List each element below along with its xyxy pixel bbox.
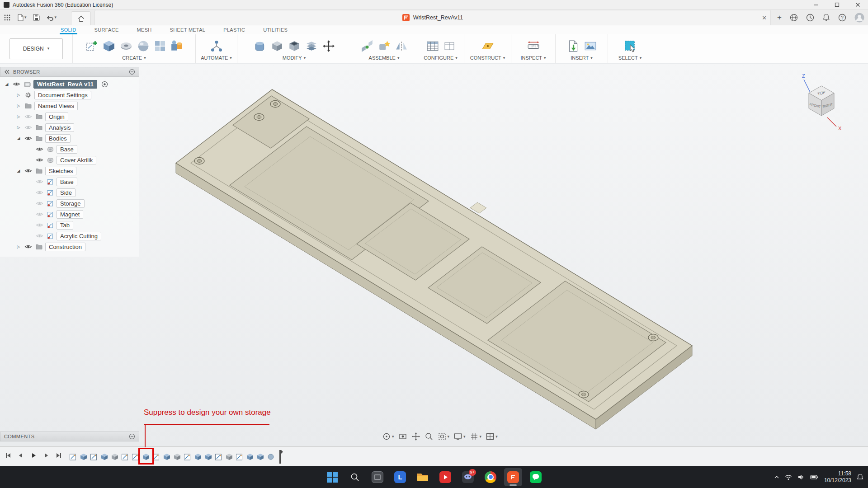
browser-item-side[interactable]: Side: [0, 187, 139, 198]
timeline-feature-5-sketch[interactable]: [121, 450, 130, 463]
battery-icon[interactable]: [810, 474, 819, 480]
timeline-feature-15-feature2[interactable]: [225, 450, 234, 463]
construction-plane-button[interactable]: [481, 40, 494, 52]
shell-button[interactable]: [288, 40, 301, 52]
home-dashboard-button[interactable]: [71, 11, 91, 25]
zoom-icon[interactable]: [425, 432, 434, 441]
timeline-position-marker[interactable]: [279, 450, 281, 464]
app-grid-icon[interactable]: [4, 14, 11, 21]
document-tab[interactable]: WristRest_RevAv11: [95, 14, 770, 21]
timeline-feature-1-feature[interactable]: [79, 450, 88, 463]
timeline-step-forward-button[interactable]: [42, 451, 51, 460]
timeline-step-back-button[interactable]: [16, 451, 25, 460]
visibility-eye-icon[interactable]: [35, 201, 44, 206]
browser-item-origin[interactable]: ▷Origin: [0, 111, 139, 122]
taskbar-window-app-icon[interactable]: [368, 468, 387, 486]
group-configure-label[interactable]: CONFIGURE▾: [424, 55, 458, 61]
expand-arrow-icon[interactable]: ▷: [15, 125, 22, 130]
browser-item-storage[interactable]: Storage: [0, 198, 139, 209]
visibility-eye-icon[interactable]: [35, 190, 44, 195]
taskbar-clock[interactable]: 11:58 10/12/2023: [824, 470, 851, 484]
pattern-feature-button[interactable]: [170, 40, 183, 52]
grid-snap-icon[interactable]: ▾: [470, 432, 482, 441]
browser-item-tab[interactable]: Tab: [0, 220, 139, 230]
visibility-eye-icon[interactable]: [35, 222, 44, 228]
timeline-feature-3-feature[interactable]: [100, 450, 109, 463]
browser-item-sketches[interactable]: ◢Sketches: [0, 165, 139, 176]
expand-arrow-icon[interactable]: ▷: [15, 114, 22, 119]
comments-header[interactable]: COMMENTS: [0, 432, 139, 441]
sphere-form-button[interactable]: [137, 40, 150, 52]
undo-button[interactable]: ▾: [46, 14, 57, 21]
timeline-feature-10-feature2[interactable]: [173, 450, 182, 463]
visibility-eye-icon[interactable]: [24, 168, 33, 174]
browser-item-document-settings[interactable]: ▷Document Settings: [0, 89, 139, 100]
automate-branch-button[interactable]: [210, 40, 223, 52]
browser-item-base[interactable]: Base: [0, 144, 139, 155]
browser-item-cover-akrilik[interactable]: Cover Akrilik: [0, 155, 139, 165]
taskbar-file-explorer-icon[interactable]: [414, 468, 432, 486]
design-workspace-dropdown[interactable]: DESIGN▾: [9, 38, 63, 59]
orbit-icon[interactable]: ▾: [382, 432, 394, 441]
browser-item-bodies[interactable]: ◢Bodies: [0, 133, 139, 144]
browser-item-construction[interactable]: ▷Construction: [0, 241, 139, 252]
split-stack-button[interactable]: [305, 40, 318, 52]
visibility-eye-icon[interactable]: [35, 179, 44, 184]
timeline-feature-14-sketch[interactable]: [214, 450, 223, 463]
comments-minimize-icon[interactable]: [129, 433, 135, 440]
expand-arrow-icon[interactable]: ▷: [15, 244, 22, 249]
visibility-eye-icon[interactable]: [24, 244, 33, 249]
expand-arrow-icon[interactable]: ▷: [15, 103, 22, 108]
press-pull-button[interactable]: [254, 40, 266, 52]
tab-utilities[interactable]: UTILITIES: [262, 26, 288, 34]
taskbar-chrome-icon[interactable]: [481, 468, 500, 486]
extrude-button[interactable]: [103, 40, 115, 52]
job-status-clock-icon[interactable]: [806, 14, 814, 22]
notification-center-bell-icon[interactable]: [857, 474, 863, 480]
timeline-feature-2-sketch[interactable]: [90, 450, 99, 463]
volume-icon[interactable]: [797, 474, 805, 480]
close-button[interactable]: [847, 0, 868, 10]
timeline-feature-19-fillet[interactable]: [266, 450, 275, 463]
browser-item-named-views[interactable]: ▷Named Views: [0, 100, 139, 111]
visibility-eye-icon[interactable]: [24, 125, 33, 130]
new-component-button[interactable]: [378, 40, 391, 52]
taskbar-search-button[interactable]: [346, 468, 364, 486]
activate-component-icon[interactable]: [101, 81, 108, 88]
timeline-feature-18-feature[interactable]: [256, 450, 265, 463]
browser-item-acrylic-cutting[interactable]: Acrylic Cutting: [0, 230, 139, 241]
tab-plastic[interactable]: PLASTIC: [222, 26, 246, 34]
fillet-button[interactable]: [271, 40, 283, 52]
timeline-skip-end-button[interactable]: [54, 451, 63, 460]
browser-item-wristrest-reva-v11[interactable]: ◢WristRest_RevA v11: [0, 79, 139, 89]
timeline-feature-0-sketch[interactable]: [69, 450, 78, 463]
insert-canvas-button[interactable]: [584, 40, 597, 52]
taskbar-l-app-icon[interactable]: L: [391, 468, 409, 486]
measure-button[interactable]: [527, 40, 540, 52]
user-avatar[interactable]: [854, 13, 864, 23]
group-select-label[interactable]: SELECT▾: [618, 55, 642, 61]
taskbar-line-app-icon[interactable]: [527, 468, 545, 486]
group-automate-label[interactable]: AUTOMATE▾: [201, 55, 232, 61]
visibility-eye-icon[interactable]: [35, 233, 44, 239]
save-button[interactable]: [33, 14, 40, 21]
timeline-feature-13-feature[interactable]: [204, 450, 213, 463]
visibility-eye-icon[interactable]: [35, 211, 44, 217]
browser-header[interactable]: BROWSER: [0, 67, 139, 77]
visibility-eye-icon[interactable]: [24, 114, 33, 119]
group-create-label[interactable]: CREATE▾: [122, 55, 146, 61]
timeline-feature-17-feature[interactable]: [245, 450, 255, 463]
select-tool-button[interactable]: [624, 40, 637, 52]
visibility-eye-icon[interactable]: [24, 136, 33, 141]
fit-icon[interactable]: ▾: [438, 432, 450, 441]
document-tab-close-icon[interactable]: ✕: [762, 14, 767, 21]
tab-surface[interactable]: SURFACE: [94, 26, 120, 34]
hidden-icons-chevron[interactable]: [774, 475, 779, 479]
taskbar-discord-icon[interactable]: 9+: [459, 468, 477, 486]
help-icon[interactable]: ?: [838, 14, 846, 22]
group-assemble-label[interactable]: ASSEMBLE▾: [369, 55, 400, 61]
timeline-play-button[interactable]: [29, 451, 38, 460]
configuration-table-button[interactable]: [426, 40, 439, 52]
start-button[interactable]: [323, 468, 341, 486]
mirror-button[interactable]: [395, 40, 408, 52]
